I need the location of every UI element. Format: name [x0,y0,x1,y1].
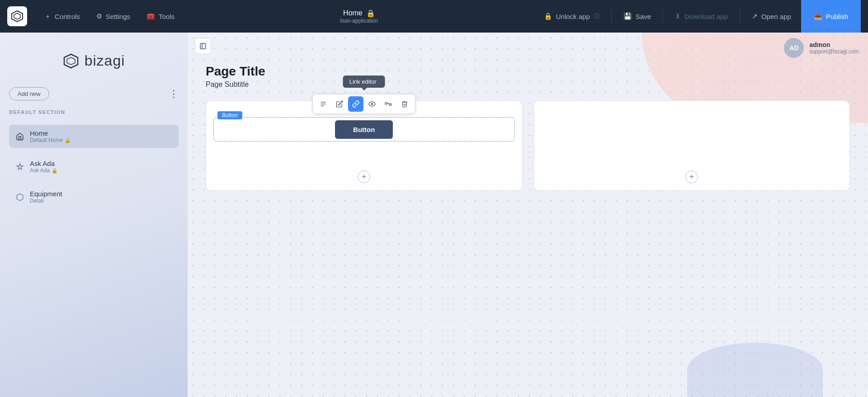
card-2: + [533,100,850,191]
sidebar-item-equipment-sub: Detail [30,198,62,204]
user-info: AD admon support@bizagi.com [784,38,859,58]
nav-lock-icon: 🔒 [366,9,375,18]
settings-toolbar-btn[interactable] [316,96,331,112]
tools-button[interactable]: 🧰 Tools [138,9,183,24]
settings-button[interactable]: ⚙ Settings [88,9,138,24]
page-content: Page Title Page Subtitle [206,64,850,89]
top-navigation: ＋ Controls ⚙ Settings 🧰 Tools Home 🔒 loa… [0,0,868,33]
link-toolbar-btn[interactable] [348,96,363,112]
connect-toolbar-btn[interactable] [381,96,396,112]
sidebar-item-ask-ada-name: Ask Ada [30,160,58,167]
sidebar-item-equipment-texts: Equipment Detail [30,190,62,204]
widget-toolbar: Link editor [312,94,415,114]
svg-marker-1 [14,13,20,19]
settings-label: Settings [106,13,130,20]
sidebar-item-ask-ada-sub-text: Ask Ada [30,167,50,174]
unlock-app-button[interactable]: 🔒 Unlock app ⓘ [536,9,608,24]
collapse-panel-button[interactable] [195,38,211,54]
user-email: support@bizagi.com [809,48,859,55]
svg-rect-10 [386,103,387,104]
sidebar-item-ask-ada-sub: Ask Ada 🔒 [30,167,58,174]
edit-toolbar-btn[interactable] [332,96,347,112]
tools-icon: 🧰 [146,12,155,20]
info-icon: ⓘ [594,12,599,20]
svg-rect-11 [390,104,392,105]
unlock-app-label: Unlock app [556,13,590,20]
tools-label: Tools [159,13,175,20]
sidebar-item-ask-ada-texts: Ask Ada Ask Ada 🔒 [30,160,58,174]
sidebar-item-equipment-sub-text: Detail [30,198,44,204]
publish-button[interactable]: 📤 Publish [801,0,861,33]
add-new-button[interactable]: Add new [9,87,49,100]
sidebar-logo-text: bizagi [85,52,125,69]
nav-center: Home 🔒 loan-application [183,9,536,24]
delete-toolbar-btn[interactable] [397,96,412,112]
lock-icon: 🔒 [544,12,552,20]
user-avatar: AD [784,38,804,58]
view-toolbar-btn[interactable] [364,96,380,112]
save-button[interactable]: 💾 Save [615,9,659,24]
publish-label: Publish [826,13,848,20]
open-icon: ↗ [752,12,758,20]
nav-title-block: Home 🔒 loan-application [340,9,378,24]
sparkle-icon [15,162,24,171]
publish-icon: 📤 [814,12,822,20]
svg-rect-4 [200,43,206,49]
sidebar-item-home-lock: 🔒 [65,137,71,143]
button-widget: Button [213,117,515,142]
nav-title-row: Home 🔒 [343,9,375,18]
section-label: DEFAULT SECTION [9,109,179,115]
card-1: Button [206,100,523,191]
canvas-decoration-bottom [687,343,823,397]
sidebar-item-equipment[interactable]: Equipment Detail [9,185,179,208]
main-layout: bizagi Add new ⋮ DEFAULT SECTION Home De… [0,33,868,397]
user-initials: AD [789,44,798,52]
nav-divider-2 [663,8,663,24]
sidebar-item-equipment-name: Equipment [30,190,62,198]
widget-button-area: Button [214,118,514,141]
nav-right-actions: 🔒 Unlock app ⓘ 💾 Save ⬇ Download app ↗ O… [536,0,861,33]
svg-marker-2 [64,54,78,68]
canvas-area: AD admon support@bizagi.com Page Title P… [188,33,868,397]
link-editor-tooltip: Link editor [343,76,385,88]
gear-icon: ⚙ [96,12,102,20]
svg-point-9 [371,103,373,105]
open-app-label: Open app [761,13,791,20]
card-2-add-button[interactable]: + [685,170,698,183]
sidebar-item-ask-ada-lock: 🔒 [52,168,58,174]
controls-label: Controls [55,13,80,20]
sidebar-item-ask-ada[interactable]: Ask Ada Ask Ada 🔒 [9,155,179,178]
nav-page-title: Home [343,9,363,17]
sidebar-item-home[interactable]: Home Default Home 🔒 [9,125,179,148]
widget-button-inner[interactable]: Button [335,120,393,139]
user-name: admon [809,41,859,48]
download-app-button[interactable]: ⬇ Download app [667,9,736,24]
button-tag: Button [217,111,242,119]
sidebar-actions: Add new ⋮ [9,87,179,100]
open-app-button[interactable]: ↗ Open app [744,9,799,24]
nav-divider-1 [611,8,612,24]
sidebar-item-home-texts: Home Default Home 🔒 [30,129,71,143]
sidebar-logo: bizagi [9,43,179,76]
svg-marker-0 [12,11,23,22]
download-icon: ⬇ [675,12,681,20]
nav-divider-3 [740,8,740,24]
box-icon [15,193,24,202]
sidebar: bizagi Add new ⋮ DEFAULT SECTION Home De… [0,33,188,397]
user-details: admon support@bizagi.com [809,41,859,55]
app-logo[interactable] [7,6,27,26]
page-title: Page Title [206,64,850,79]
sidebar-item-home-sub: Default Home 🔒 [30,137,71,143]
card-1-add-button[interactable]: + [358,170,370,183]
controls-button[interactable]: ＋ Controls [36,9,88,24]
more-options-icon[interactable]: ⋮ [169,89,179,99]
cards-row: Button [206,100,850,191]
svg-marker-3 [67,57,75,65]
plus-icon: ＋ [44,12,51,21]
nav-page-subtitle: loan-application [340,18,378,24]
page-subtitle: Page Subtitle [206,80,850,89]
save-icon: 💾 [623,12,632,20]
sidebar-item-home-sub-text: Default Home [30,137,63,143]
download-app-label: Download app [684,13,728,20]
home-icon [15,132,24,141]
